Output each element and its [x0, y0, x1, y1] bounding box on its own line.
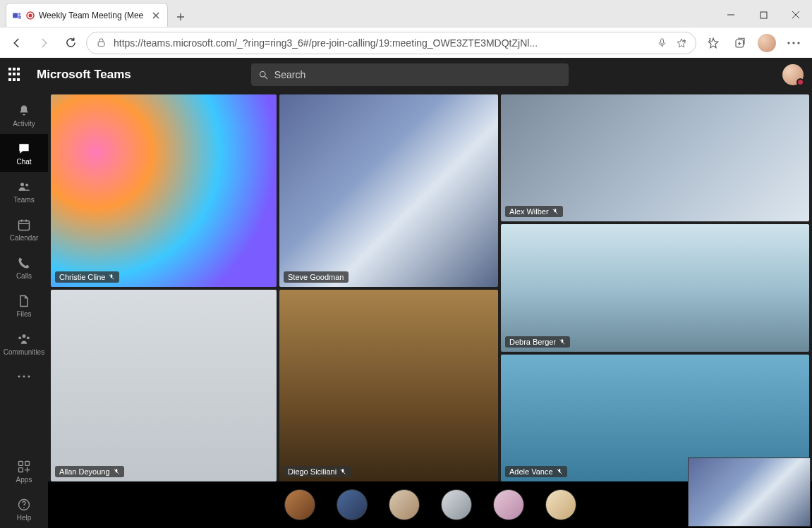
- user-avatar[interactable]: [782, 64, 804, 85]
- mic-muted-icon: [559, 338, 566, 345]
- svg-rect-6: [98, 42, 104, 46]
- svg-point-4: [29, 13, 32, 17]
- rail-label: Activity: [13, 120, 35, 128]
- svg-point-19: [18, 375, 20, 377]
- recording-icon: [26, 11, 35, 20]
- participant-video: [51, 290, 277, 482]
- presence-indicator: [796, 78, 804, 86]
- phone-icon: [16, 255, 32, 271]
- mic-muted-icon: [339, 468, 346, 475]
- mic-muted-icon: [108, 274, 115, 281]
- favorites-bar-icon[interactable]: [701, 32, 726, 54]
- overflow-avatar[interactable]: [545, 489, 576, 520]
- overflow-avatar[interactable]: [441, 489, 472, 520]
- rail-teams[interactable]: Teams: [0, 172, 48, 210]
- meeting-stage: Christie Cline Steve Goodman Allan Deyou…: [48, 92, 812, 528]
- participant-video: [501, 94, 809, 221]
- video-tile[interactable]: Allan Deyoung: [51, 290, 277, 482]
- search-placeholder: Search: [274, 69, 305, 80]
- video-tile[interactable]: Debra Berger: [501, 224, 809, 351]
- file-icon: [16, 293, 32, 309]
- self-view[interactable]: [688, 458, 811, 527]
- communities-icon: [16, 331, 32, 347]
- rail-label: Calendar: [10, 234, 39, 242]
- site-info-icon[interactable]: [94, 36, 108, 50]
- forward-button[interactable]: [32, 32, 55, 54]
- favorite-icon[interactable]: [674, 36, 689, 50]
- maximize-button[interactable]: [747, 3, 780, 27]
- refresh-button[interactable]: [59, 32, 82, 54]
- participant-video: [279, 290, 498, 482]
- participant-name: Alex Wilber: [509, 207, 549, 216]
- bell-icon: [16, 103, 32, 118]
- video-tile[interactable]: Diego Siciliani: [279, 290, 498, 482]
- participant-name-tag: Diego Siciliani: [284, 466, 351, 477]
- tab-strip: Weekly Team Meeting (Mee: [0, 0, 812, 27]
- profile-avatar[interactable]: [754, 32, 780, 54]
- collections-icon[interactable]: [727, 32, 753, 54]
- minimize-button[interactable]: [715, 3, 747, 27]
- svg-point-17: [18, 336, 21, 339]
- rail-label: Chat: [16, 158, 31, 166]
- search-input[interactable]: Search: [251, 63, 569, 86]
- rail-label: Teams: [13, 196, 34, 204]
- new-tab-button[interactable]: [171, 7, 190, 27]
- svg-rect-24: [19, 467, 23, 472]
- participant-name: Allan Deyoung: [59, 467, 110, 476]
- address-bar-row: https://teams.microsoft.com/_?ring=ring3…: [0, 27, 812, 58]
- participant-name-tag: Allan Deyoung: [55, 466, 124, 477]
- app-launcher-icon[interactable]: [8, 68, 23, 82]
- video-tile[interactable]: Christie Cline: [51, 94, 277, 287]
- svg-rect-23: [25, 461, 30, 465]
- svg-rect-5: [761, 12, 767, 18]
- teams-favicon: [12, 11, 22, 20]
- participant-name: Debra Berger: [509, 338, 556, 346]
- svg-rect-0: [13, 13, 18, 18]
- browser-tab[interactable]: Weekly Team Meeting (Mee: [6, 3, 168, 27]
- url-text: https://teams.microsoft.com/_?ring=ring3…: [114, 37, 649, 49]
- svg-point-9: [787, 42, 789, 44]
- address-bar[interactable]: https://teams.microsoft.com/_?ring=ring3…: [86, 32, 696, 54]
- teams-header: Microsoft Teams Search: [0, 58, 812, 92]
- overflow-avatar[interactable]: [284, 489, 315, 520]
- rail-help[interactable]: Help: [0, 490, 48, 528]
- svg-point-21: [28, 375, 30, 377]
- search-icon: [258, 70, 269, 80]
- svg-point-26: [23, 507, 25, 508]
- svg-rect-2: [18, 16, 21, 19]
- right-column: Alex Wilber Debra Berger: [501, 94, 809, 481]
- rail-communities[interactable]: Communities: [0, 324, 48, 362]
- video-tile[interactable]: Steve Goodman: [279, 94, 498, 287]
- rail-more-button[interactable]: [0, 362, 48, 391]
- mic-muted-icon: [113, 468, 120, 475]
- window-controls: [715, 3, 812, 27]
- voice-search-icon[interactable]: [655, 36, 669, 50]
- browser-menu-button[interactable]: [781, 32, 806, 54]
- close-window-button[interactable]: [780, 3, 812, 27]
- help-icon: [16, 497, 32, 512]
- rail-apps[interactable]: Apps: [0, 452, 48, 490]
- tab-close-button[interactable]: [150, 10, 162, 21]
- svg-point-14: [25, 183, 28, 186]
- rail-label: Help: [17, 514, 32, 522]
- participant-video: [279, 94, 498, 287]
- overflow-avatar[interactable]: [493, 489, 524, 520]
- participant-name: Adele Vance: [509, 467, 553, 476]
- overflow-avatar[interactable]: [389, 489, 420, 520]
- rail-label: Apps: [16, 476, 32, 484]
- rail-calendar[interactable]: Calendar: [0, 210, 48, 248]
- apps-icon: [16, 459, 32, 474]
- overflow-avatar[interactable]: [337, 489, 368, 520]
- rail-files[interactable]: Files: [0, 286, 48, 324]
- participant-name: Diego Siciliani: [288, 467, 337, 476]
- video-tile[interactable]: Alex Wilber: [501, 94, 809, 221]
- rail-calls[interactable]: Calls: [0, 248, 48, 286]
- chat-icon: [16, 141, 32, 156]
- participant-name-tag: Debra Berger: [505, 336, 570, 348]
- rail-activity[interactable]: Activity: [0, 96, 48, 134]
- svg-point-16: [23, 334, 26, 338]
- back-button[interactable]: [6, 32, 28, 54]
- rail-chat[interactable]: Chat: [0, 134, 48, 172]
- participant-name: Christie Cline: [59, 273, 105, 281]
- svg-point-11: [797, 42, 799, 44]
